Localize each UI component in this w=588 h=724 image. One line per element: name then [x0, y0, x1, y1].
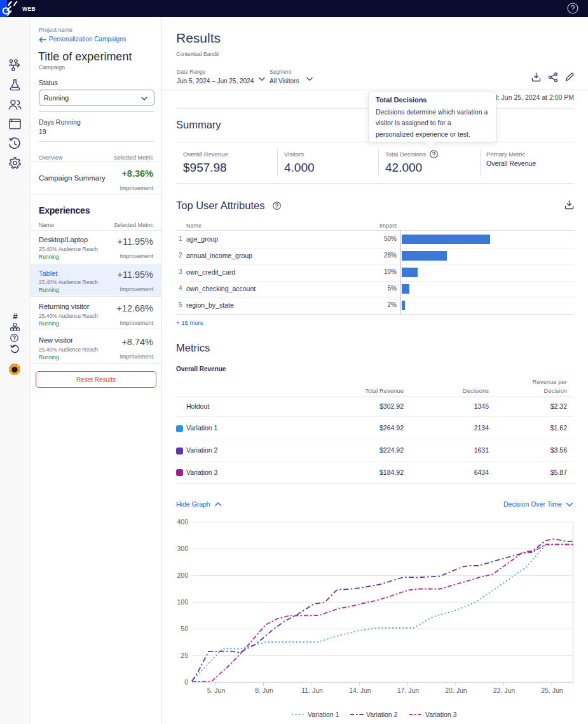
svg-text:11. Jun: 11. Jun [301, 686, 323, 694]
svg-text:200: 200 [177, 571, 188, 579]
svg-text:5. Jun: 5. Jun [207, 686, 226, 694]
svg-text:14. Jun: 14. Jun [349, 686, 371, 694]
svg-text:25. Jun: 25. Jun [541, 686, 563, 694]
svg-text:0: 0 [184, 678, 188, 686]
svg-text:25: 25 [181, 652, 188, 659]
svg-text:100: 100 [177, 598, 188, 606]
svg-text:300: 300 [177, 545, 188, 552]
svg-text:20. Jun: 20. Jun [445, 686, 467, 694]
svg-text:23. Jun: 23. Jun [493, 686, 516, 694]
svg-text:50: 50 [181, 625, 188, 632]
svg-text:8. Jun: 8. Jun [255, 686, 273, 694]
svg-text:400: 400 [177, 518, 188, 526]
svg-text:17. Jun: 17. Jun [397, 686, 420, 694]
